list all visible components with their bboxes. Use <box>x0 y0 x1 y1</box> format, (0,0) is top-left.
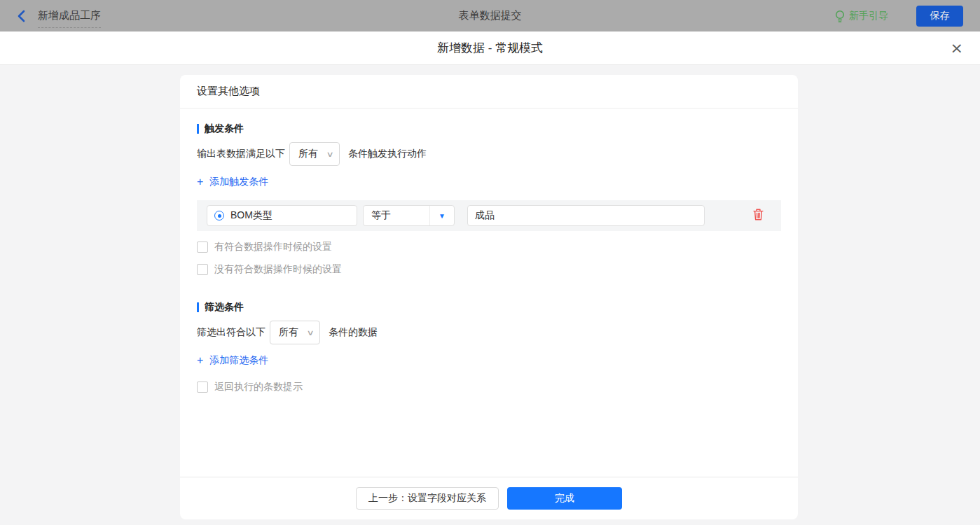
modal-header: 新增数据 - 常规模式 × <box>0 31 980 65</box>
condition-value-input[interactable] <box>467 205 705 226</box>
filter-match-mode-select[interactable]: 所有 ∨ <box>270 321 320 344</box>
section-marker <box>197 124 199 134</box>
filter-match-mode-value: 所有 <box>279 326 298 339</box>
save-button[interactable]: 保存 <box>916 6 963 27</box>
trash-icon <box>753 209 764 223</box>
condition-operator-value: 等于 <box>364 209 429 222</box>
trigger-section: 触发条件 输出表数据满足以下 所有 ∨ 条件触发执行动作 + 添加触发条件 <box>197 122 781 276</box>
add-filter-condition-label: 添加筛选条件 <box>209 354 268 367</box>
done-button[interactable]: 完成 <box>507 487 622 510</box>
section-marker <box>197 302 199 312</box>
options-panel: 设置其他选项 触发条件 输出表数据满足以下 所有 ∨ 条件触发执行动作 <box>180 75 798 519</box>
beginner-guide-label: 新手引导 <box>849 10 888 22</box>
add-filter-condition-link[interactable]: + 添加筛选条件 <box>197 354 268 367</box>
checkbox-return-count-hint[interactable]: 返回执行的条数提示 <box>197 381 303 393</box>
plus-icon: + <box>197 176 203 188</box>
condition-field-select[interactable]: BOM类型 <box>207 205 357 226</box>
trigger-sentence-suffix: 条件触发执行动作 <box>348 148 427 160</box>
chevron-down-icon: ∨ <box>326 150 333 159</box>
checkbox-icon <box>197 241 208 253</box>
trigger-sentence-prefix: 输出表数据满足以下 <box>197 148 285 160</box>
condition-operator-select[interactable]: 等于 ▼ <box>363 205 455 226</box>
condition-field-label: BOM类型 <box>230 209 272 222</box>
filter-section-title: 筛选条件 <box>205 301 244 314</box>
checkbox-label: 有符合数据操作时候的设置 <box>214 241 332 253</box>
add-trigger-condition-link[interactable]: + 添加触发条件 <box>197 176 268 188</box>
trigger-match-mode-select[interactable]: 所有 ∨ <box>289 142 340 166</box>
back-button[interactable] <box>17 10 25 22</box>
radio-icon <box>214 211 224 220</box>
caret-down-icon: ▼ <box>439 212 446 220</box>
form-title: 表单数据提交 <box>0 9 980 22</box>
close-icon[interactable]: × <box>951 41 963 56</box>
operator-caret-zone: ▼ <box>429 206 454 225</box>
trigger-section-title: 触发条件 <box>205 122 244 135</box>
lightbulb-icon <box>835 10 849 22</box>
trigger-match-mode-value: 所有 <box>298 148 318 160</box>
beginner-guide-link[interactable]: 新手引导 <box>835 10 888 22</box>
add-trigger-condition-label: 添加触发条件 <box>209 176 268 188</box>
plus-icon: + <box>197 354 203 367</box>
top-bar: 新增成品工序 表单数据提交 新手引导 保存 <box>0 0 980 31</box>
trigger-condition-row: BOM类型 等于 ▼ <box>197 200 781 231</box>
checkbox-has-matching-data[interactable]: 有符合数据操作时候的设置 <box>197 241 332 253</box>
panel-header: 设置其他选项 <box>180 75 798 108</box>
checkbox-no-matching-data[interactable]: 没有符合数据操作时候的设置 <box>197 263 342 276</box>
checkbox-icon <box>197 382 208 393</box>
checkbox-label: 没有符合数据操作时候的设置 <box>214 263 342 276</box>
checkbox-icon <box>197 264 208 275</box>
modal-title: 新增数据 - 常规模式 <box>437 40 543 56</box>
filter-sentence-prefix: 筛选出符合以下 <box>197 326 265 339</box>
prev-step-button[interactable]: 上一步：设置字段对应关系 <box>356 487 499 510</box>
delete-condition-button[interactable] <box>753 209 764 223</box>
checkbox-label: 返回执行的条数提示 <box>214 381 303 393</box>
chevron-down-icon: ∨ <box>306 328 314 337</box>
filter-sentence-suffix: 条件的数据 <box>329 326 378 339</box>
filter-section: 筛选条件 筛选出符合以下 所有 ∨ 条件的数据 + 添加筛选条件 返回执 <box>197 301 781 393</box>
panel-footer: 上一步：设置字段对应关系 完成 <box>180 477 798 519</box>
chevron-left-icon <box>17 10 25 22</box>
modal-body: 设置其他选项 触发条件 输出表数据满足以下 所有 ∨ 条件触发执行动作 <box>0 65 980 524</box>
page-title[interactable]: 新增成品工序 <box>38 9 101 28</box>
